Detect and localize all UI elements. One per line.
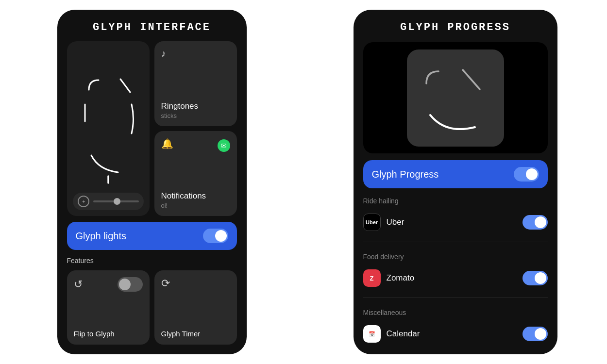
ride-hailing-label: Ride hailing [363, 197, 548, 205]
flip-icon: ↺ [74, 278, 83, 291]
svg-line-3 [463, 70, 480, 89]
calendar-row[interactable]: 📅 Calendar [363, 323, 548, 345]
glyph-timer-card[interactable]: ⟳ Glyph Timer [154, 270, 237, 345]
slider-thumb [114, 198, 120, 205]
zomato-toggle[interactable] [523, 271, 548, 285]
right-panel: GLYPH PROGRESS Glyph Progress R [304, 0, 607, 364]
notification-subtitle: oi! [161, 202, 230, 209]
calendar-toggle-thumb [535, 328, 546, 340]
timer-icon: ⟳ [161, 277, 170, 290]
ringtone-subtitle: sticks [161, 112, 230, 119]
divider-1 [363, 242, 548, 242]
whatsapp-badge: ✉ [218, 139, 230, 152]
calendar-toggle[interactable] [523, 327, 548, 341]
ringtone-card[interactable]: ♪ Ringtones sticks [154, 41, 237, 126]
svg-line-0 [120, 79, 130, 92]
features-label: Features [67, 257, 237, 265]
glyph-lights-row[interactable]: Glyph lights [67, 222, 237, 250]
left-panel: GLYPH INTERFACE [0, 0, 304, 364]
zomato-row[interactable]: Z Zomato [363, 267, 548, 289]
brightness-icon: ✦ [78, 196, 89, 207]
notification-header: 🔔 ✉ [161, 138, 230, 153]
divider-2 [363, 298, 548, 298]
uber-toggle[interactable] [523, 215, 548, 230]
right-phone: GLYPH PROGRESS Glyph Progress R [354, 10, 557, 354]
features-grid: ↺ Flip to Glyph ⟳ Glyph Timer [67, 270, 237, 345]
music-icon: ♪ [161, 48, 230, 59]
zomato-toggle-thumb [535, 272, 546, 284]
flip-toggle[interactable] [118, 277, 143, 292]
flip-to-glyph-card[interactable]: ↺ Flip to Glyph [67, 270, 150, 345]
glyph-svg [74, 66, 142, 192]
right-title: GLYPH PROGRESS [363, 21, 548, 33]
calendar-name: Calendar [387, 329, 420, 339]
flip-card-top: ↺ [74, 277, 143, 292]
uber-row[interactable]: Uber Uber [363, 212, 548, 233]
brightness-slider[interactable] [93, 200, 139, 202]
uber-left: Uber Uber [363, 214, 405, 231]
timer-card-top: ⟳ [161, 277, 230, 290]
glyph-lights-label: Glyph lights [76, 231, 127, 242]
notification-card[interactable]: 🔔 ✉ Notifications oi! [154, 131, 237, 216]
glyph-progress-thumb [526, 168, 538, 180]
whatsapp-icon: ✉ [221, 142, 227, 149]
top-section: ✦ ♪ Ringtones sticks [67, 41, 237, 216]
flip-toggle-thumb [119, 279, 131, 290]
glyph-preview-inner [407, 50, 504, 147]
food-delivery-label: Food delivery [363, 253, 548, 261]
glyph-preview-svg [412, 54, 499, 142]
calendar-left: 📅 Calendar [363, 325, 420, 343]
toggle-thumb [215, 230, 227, 242]
timer-title: Glyph Timer [161, 330, 230, 338]
left-phone: GLYPH INTERFACE [57, 10, 247, 354]
uber-name: Uber [387, 217, 405, 227]
right-cards: ♪ Ringtones sticks 🔔 ✉ Notifi [154, 41, 237, 216]
ringtone-title: Ringtones [161, 101, 230, 111]
brightness-row[interactable]: ✦ [73, 193, 144, 210]
glyph-preview-card: ✦ [67, 41, 150, 216]
glyph-progress-row[interactable]: Glyph Progress [363, 160, 548, 188]
calendar-logo: 📅 [363, 325, 381, 343]
flip-title: Flip to Glyph [74, 330, 143, 338]
zomato-logo: Z [363, 269, 381, 287]
glyph-progress-toggle[interactable] [514, 167, 539, 182]
left-title: GLYPH INTERFACE [67, 21, 237, 33]
notification-title: Notifications [161, 191, 230, 201]
uber-logo: Uber [363, 214, 381, 231]
glyph-lights-toggle[interactable] [203, 229, 228, 243]
zomato-left: Z Zomato [363, 269, 415, 287]
misc-label: Miscellaneous [363, 309, 548, 316]
bell-icon: 🔔 [161, 138, 173, 149]
glyph-image-preview [363, 42, 548, 153]
zomato-name: Zomato [387, 273, 415, 283]
glyph-progress-label: Glyph Progress [372, 169, 439, 180]
uber-toggle-thumb [535, 216, 546, 228]
